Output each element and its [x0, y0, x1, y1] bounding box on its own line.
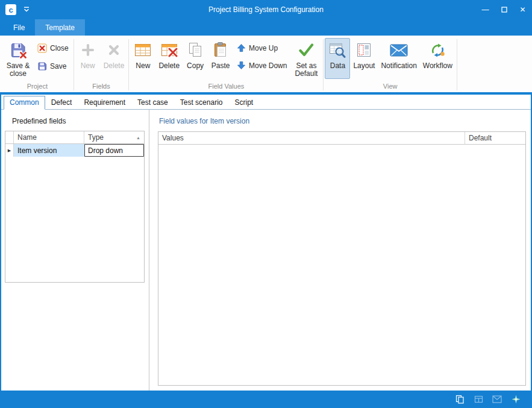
- status-notification-icon[interactable]: [492, 394, 502, 405]
- status-data-icon[interactable]: [454, 394, 465, 405]
- delete-value-icon: [161, 40, 178, 60]
- move-down-button[interactable]: Move Down: [234, 60, 289, 71]
- group-separator: [74, 39, 74, 90]
- close-button[interactable]: ✕: [513, 0, 532, 19]
- group-separator: [323, 39, 324, 90]
- ribbon-group-view: Data Layout Notification: [324, 37, 456, 92]
- statusbar: [0, 391, 532, 408]
- copy-icon: [188, 40, 202, 60]
- move-down-label: Move Down: [249, 61, 287, 70]
- cell-name[interactable]: Item version: [14, 144, 84, 157]
- grid-header-row: Values Default: [158, 132, 525, 145]
- field-values-delete-label: Delete: [158, 62, 180, 70]
- fields-new-button: New: [75, 38, 101, 79]
- move-down-icon: [237, 61, 246, 70]
- set-as-default-icon: [298, 40, 315, 60]
- field-values-delete-button[interactable]: Delete: [155, 38, 183, 79]
- group-separator: [128, 39, 129, 90]
- data-view-icon: [329, 40, 346, 60]
- predefined-fields-title: Predefined fields: [5, 116, 145, 131]
- row-indicator-cell: ▶: [5, 144, 14, 157]
- view-data-button[interactable]: Data: [325, 38, 350, 79]
- field-values-new-button[interactable]: New: [130, 38, 155, 79]
- group-label-project: Project: [2, 82, 73, 92]
- ribbon-tab-template[interactable]: Template: [35, 19, 85, 36]
- main-area: Common Defect Requirement Test case Test…: [0, 92, 532, 391]
- move-up-button[interactable]: Move Up: [234, 43, 289, 53]
- paste-button[interactable]: Paste: [208, 38, 233, 79]
- layout-view-icon: [356, 40, 372, 60]
- view-notification-label: Notification: [381, 62, 416, 70]
- new-value-icon: [134, 40, 151, 60]
- tab-common[interactable]: Common: [4, 96, 45, 110]
- fields-delete-label: Delete: [104, 62, 125, 70]
- group-label-view: View: [324, 82, 456, 92]
- grid-empty-area: [158, 145, 525, 385]
- ribbon: Save & close Close Save Project: [0, 36, 532, 92]
- view-data-label: Data: [330, 62, 345, 70]
- tab-requirement[interactable]: Requirement: [78, 96, 131, 110]
- close-template-button[interactable]: Close: [35, 43, 71, 54]
- group-label-field-values: Field Values: [130, 82, 322, 92]
- field-values-title: Field values for Item version: [158, 116, 526, 131]
- window-title: Project Billing System Configuration: [0, 5, 532, 14]
- maximize-button[interactable]: [495, 0, 513, 19]
- new-field-icon: [81, 40, 95, 60]
- ribbon-tab-file[interactable]: File: [3, 19, 35, 36]
- copy-label: Copy: [187, 62, 204, 70]
- predefined-fields-pane: Predefined fields Name Type▲ ▶ Item vers…: [1, 110, 149, 391]
- status-layout-icon[interactable]: [473, 394, 484, 405]
- group-label-fields: Fields: [75, 82, 128, 92]
- quick-access-customize-icon[interactable]: [23, 7, 30, 13]
- copy-button[interactable]: Copy: [183, 38, 208, 79]
- app-window: c Project Billing System Configuration —…: [0, 0, 532, 408]
- field-values-grid: Values Default: [158, 131, 526, 386]
- close-template-icon: [37, 43, 47, 53]
- save-label: Save: [50, 62, 66, 71]
- row-indicator-icon: ▶: [8, 148, 11, 153]
- ribbon-tab-strip: File Template: [0, 19, 532, 36]
- column-header-default[interactable]: Default: [465, 132, 525, 144]
- view-layout-label: Layout: [353, 62, 375, 70]
- fields-new-label: New: [81, 62, 95, 70]
- notification-view-icon: [390, 40, 408, 60]
- table-row[interactable]: ▶ Item version Drop down: [5, 144, 144, 157]
- save-and-close-icon: [10, 40, 27, 60]
- field-values-pane: Field values for Item version Values Def…: [149, 110, 531, 391]
- set-as-default-label: Set as Default: [293, 62, 319, 78]
- view-workflow-label: Workflow: [423, 62, 452, 70]
- tab-test-scenario[interactable]: Test scenario: [174, 96, 229, 110]
- tab-test-case[interactable]: Test case: [131, 96, 174, 110]
- grid-empty-area: [5, 157, 144, 282]
- view-layout-button[interactable]: Layout: [350, 38, 378, 79]
- close-icon: ✕: [519, 5, 525, 14]
- indicator-column-header: [5, 131, 14, 143]
- tab-defect[interactable]: Defect: [45, 96, 78, 110]
- maximize-icon: [501, 7, 507, 13]
- fields-delete-button: Delete: [101, 38, 128, 79]
- status-workflow-icon[interactable]: [510, 394, 521, 405]
- tab-script[interactable]: Script: [228, 96, 259, 110]
- app-logo-letter: c: [8, 5, 13, 14]
- save-icon: [37, 61, 47, 71]
- paste-icon: [213, 40, 228, 60]
- field-values-new-label: New: [136, 62, 150, 70]
- view-workflow-button[interactable]: Workflow: [420, 38, 455, 79]
- column-header-values[interactable]: Values: [158, 132, 465, 144]
- delete-field-icon: [107, 40, 121, 60]
- close-template-label: Close: [50, 44, 69, 52]
- workflow-view-icon: [430, 40, 446, 60]
- column-header-type[interactable]: Type▲: [84, 131, 144, 143]
- predefined-fields-grid: Name Type▲ ▶ Item version Drop down: [5, 131, 145, 283]
- save-and-close-button[interactable]: Save & close: [2, 38, 34, 79]
- minimize-button[interactable]: —: [476, 0, 495, 19]
- app-logo-icon: c: [5, 4, 16, 15]
- ribbon-group-fields: New Delete Fields: [75, 37, 128, 92]
- column-header-name[interactable]: Name: [14, 131, 84, 143]
- set-as-default-button[interactable]: Set as Default: [290, 38, 322, 79]
- cell-type[interactable]: Drop down: [84, 144, 144, 157]
- save-button[interactable]: Save: [35, 61, 71, 72]
- view-notification-button[interactable]: Notification: [378, 38, 419, 79]
- move-up-label: Move Up: [249, 44, 278, 52]
- ribbon-group-project: Save & close Close Save Project: [2, 37, 73, 92]
